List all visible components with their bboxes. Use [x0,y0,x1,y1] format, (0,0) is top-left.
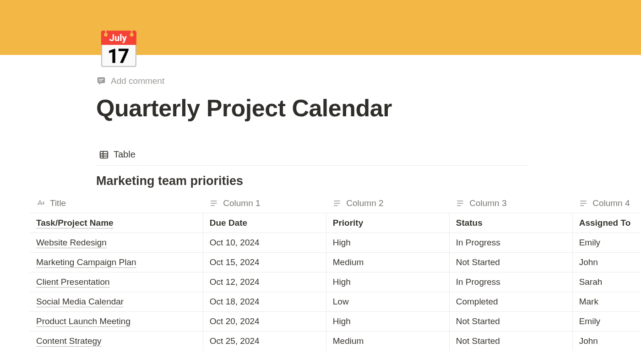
row-title-text[interactable]: Marketing Campaign Plan [36,257,136,268]
table-row[interactable]: Marketing Campaign PlanOct 15, 2024Mediu… [30,253,641,272]
row-title-text[interactable]: Product Launch Meeting [36,316,130,327]
row-title-text[interactable]: Client Presentation [36,277,110,288]
cell-col2[interactable]: High [326,312,449,331]
row-title-text[interactable]: Task/Project Name [36,218,114,228]
table-row[interactable]: Product Launch MeetingOct 20, 2024HighNo… [30,312,641,331]
cell-col1[interactable]: Due Date [203,213,326,233]
table-row[interactable]: Content StrategyOct 25, 2024MediumNot St… [30,331,641,351]
cell-col4[interactable]: Mark [572,292,641,312]
page-icon[interactable]: 📅 [96,32,141,68]
view-tabs: Table [96,149,529,166]
cell-col3[interactable]: Not Started [449,312,572,331]
speech-bubble-icon [96,76,106,86]
cell-col1[interactable]: Oct 15, 2024 [203,253,326,272]
column-header-col1[interactable]: Column 1 [209,198,320,208]
add-comment-button[interactable]: Add comment [96,76,623,86]
cell-col4[interactable]: Sarah [572,272,641,292]
cell-col1[interactable]: Oct 12, 2024 [203,272,326,292]
cell-title[interactable]: Product Launch Meeting [30,312,203,331]
cell-col4[interactable]: John [572,331,641,351]
cell-col3[interactable]: In Progress [449,272,572,292]
text-property-icon [332,199,342,208]
cell-col2[interactable]: Low [326,292,449,312]
cell-title[interactable]: Social Media Calendar [30,292,203,312]
svg-rect-2 [99,81,103,81]
title-property-icon [36,199,45,208]
text-property-icon [209,199,218,208]
column-header-col3[interactable]: Column 3 [456,198,566,208]
cell-col2[interactable]: High [326,272,449,292]
cell-col4[interactable]: Assigned To [572,213,641,233]
cell-col2[interactable]: Medium [326,253,449,272]
table-body: Task/Project NameDue DatePriorityStatusA… [30,213,641,351]
row-title-text[interactable]: Social Media Calendar [36,297,124,307]
column-header-title[interactable]: Title [36,198,196,208]
cell-col2[interactable]: Medium [326,331,449,351]
cell-col1[interactable]: Oct 10, 2024 [203,233,326,253]
view-tab-label: Table [114,149,136,160]
column-header-label: Column 3 [469,198,506,208]
cell-col2[interactable]: Priority [326,213,449,233]
cell-col2[interactable]: High [326,233,449,253]
column-header-label: Title [50,198,66,208]
page-title[interactable]: Quarterly Project Calendar [96,94,623,122]
cell-title[interactable]: Task/Project Name [30,213,203,233]
column-header-label: Column 1 [223,198,260,208]
database-table: Title Column 1 [30,195,641,351]
table-icon [99,150,109,160]
cell-title[interactable]: Content Strategy [30,331,203,351]
table-row[interactable]: Website RedesignOct 10, 2024HighIn Progr… [30,233,641,253]
svg-rect-3 [100,151,108,158]
cell-col4[interactable]: Emily [572,312,641,331]
cell-col4[interactable]: Emily [572,233,641,253]
table-row[interactable]: Client PresentationOct 12, 2024HighIn Pr… [30,272,641,292]
cell-title[interactable]: Client Presentation [30,272,203,292]
column-header-col2[interactable]: Column 2 [332,198,443,208]
cell-title[interactable]: Website Redesign [30,233,203,253]
table-row[interactable]: Social Media CalendarOct 18, 2024LowComp… [30,292,641,312]
row-title-text[interactable]: Content Strategy [36,336,102,347]
database-title[interactable]: Marketing team priorities [96,174,623,188]
table-row[interactable]: Task/Project NameDue DatePriorityStatusA… [30,213,641,233]
column-header-col4[interactable]: Column 4 [579,198,635,208]
text-property-icon [456,199,465,208]
svg-rect-1 [99,79,104,79]
column-header-label: Column 2 [346,198,383,208]
add-comment-label: Add comment [111,76,164,86]
view-tab-table[interactable]: Table [96,149,136,160]
cell-col3[interactable]: Status [449,213,572,233]
cell-col1[interactable]: Oct 25, 2024 [203,331,326,351]
column-header-label: Column 4 [592,198,630,208]
svg-rect-0 [98,77,105,83]
cell-col4[interactable]: John [572,253,641,272]
cell-col3[interactable]: Not Started [449,253,572,272]
cell-col3[interactable]: Not Started [449,331,572,351]
text-property-icon [579,199,588,208]
row-title-text[interactable]: Website Redesign [36,238,107,248]
cell-title[interactable]: Marketing Campaign Plan [30,253,203,272]
cell-col3[interactable]: Completed [449,292,572,312]
cell-col3[interactable]: In Progress [449,233,572,253]
cell-col1[interactable]: Oct 20, 2024 [203,312,326,331]
cell-col1[interactable]: Oct 18, 2024 [203,292,326,312]
